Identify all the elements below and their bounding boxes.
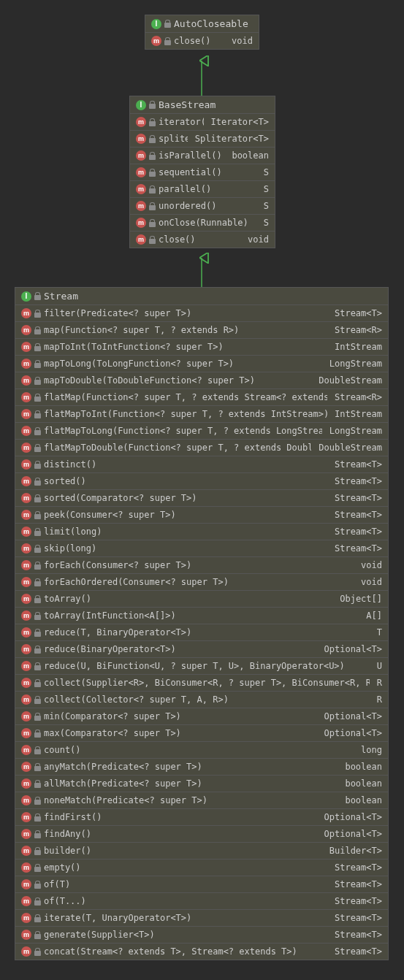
return-type: Stream<T> — [330, 895, 382, 907]
method-row[interactable]: mmapToLong(ToLongFunction<? super T>)Lon… — [15, 356, 388, 372]
method-row[interactable]: mmax(Comparator<? super T>)Optional<T> — [15, 725, 388, 742]
class-basestream[interactable]: I BaseStream miterator()Iterator<T>mspli… — [129, 96, 275, 248]
method-row[interactable]: mlimit(long)Stream<T> — [15, 524, 388, 540]
return-type: Optional<T> — [320, 811, 382, 823]
return-type: Stream<T> — [330, 946, 382, 957]
method-signature: findAny() — [44, 828, 317, 840]
method-row[interactable]: mconcat(Stream<? extends T>, Stream<? ex… — [15, 943, 388, 960]
method-row[interactable]: mof(T)Stream<T> — [15, 876, 388, 893]
method-row[interactable]: mcollect(Supplier<R>, BiConsumer<R, ? su… — [15, 675, 388, 692]
method-row[interactable]: mforEach(Consumer<? super T>)void — [15, 557, 388, 574]
method-row[interactable]: miterate(T, UnaryOperator<T>)Stream<T> — [15, 910, 388, 927]
return-type: boolean — [340, 795, 382, 806]
method-row[interactable]: munordered()S — [130, 198, 275, 215]
method-row[interactable]: mtoArray()Object[] — [15, 591, 388, 608]
method-row[interactable]: mflatMapToInt(Function<? super T, ? exte… — [15, 406, 388, 423]
lock-icon — [149, 236, 156, 244]
method-icon: m — [21, 711, 31, 721]
method-icon: m — [21, 510, 31, 520]
method-icon: m — [136, 184, 146, 194]
return-type: S — [259, 166, 269, 178]
class-stream[interactable]: I Stream mfilter(Predicate<? super T>)St… — [15, 287, 389, 960]
lock-icon — [34, 310, 41, 318]
method-row[interactable]: mof(T...)Stream<T> — [15, 893, 388, 910]
return-type: Stream<T> — [330, 459, 382, 470]
method-row[interactable]: mreduce(BinaryOperator<T>)Optional<T> — [15, 641, 388, 658]
method-row[interactable]: manyMatch(Predicate<? super T>)boolean — [15, 759, 388, 776]
lock-icon — [149, 101, 156, 109]
lock-icon — [149, 169, 156, 177]
method-icon: m — [136, 167, 146, 177]
method-row[interactable]: mreduce(U, BiFunction<U, ? super T, U>, … — [15, 658, 388, 675]
method-row[interactable]: monClose(Runnable)S — [130, 215, 275, 231]
return-type: IntStream — [330, 408, 382, 420]
method-row[interactable]: mcount()long — [15, 742, 388, 759]
method-row[interactable]: mflatMap(Function<? super T, ? extends S… — [15, 389, 388, 406]
method-row[interactable]: mreduce(T, BinaryOperator<T>)T — [15, 624, 388, 641]
method-row[interactable]: mmapToInt(ToIntFunction<? super T>)IntSt… — [15, 339, 388, 356]
method-signature: min(Comparator<? super T>) — [44, 711, 317, 722]
method-row[interactable]: msequential()S — [130, 164, 275, 181]
method-row[interactable]: mclose()void — [130, 231, 275, 248]
return-type: Stream<R> — [330, 391, 382, 403]
method-icon: m — [136, 234, 146, 245]
method-row[interactable]: mskip(long)Stream<T> — [15, 540, 388, 557]
method-row[interactable]: mfilter(Predicate<? super T>)Stream<T> — [15, 305, 388, 322]
method-row[interactable]: mallMatch(Predicate<? super T>)boolean — [15, 776, 388, 792]
method-row[interactable]: mclose()void — [145, 33, 259, 49]
method-row[interactable]: mbuilder()Builder<T> — [15, 843, 388, 860]
method-signature: peek(Consumer<? super T>) — [44, 509, 327, 521]
method-signature: sequential() — [159, 166, 256, 178]
return-type: Stream<T> — [330, 475, 382, 487]
method-row[interactable]: mdistinct()Stream<T> — [15, 456, 388, 473]
return-type: DoubleStream — [314, 375, 382, 386]
method-row[interactable]: mmap(Function<? super T, ? extends R>)St… — [15, 322, 388, 339]
method-row[interactable]: mspliterator()Spliterator<T> — [130, 131, 275, 148]
lock-icon — [34, 612, 41, 620]
return-type: Optional<T> — [320, 711, 382, 722]
lock-icon — [34, 746, 41, 754]
return-type: LongStream — [325, 358, 382, 370]
return-type: boolean — [340, 761, 382, 773]
method-row[interactable]: mflatMapToDouble(Function<? super T, ? e… — [15, 440, 388, 456]
method-icon: m — [21, 443, 31, 453]
method-row[interactable]: msorted()Stream<T> — [15, 473, 388, 490]
return-type: A[] — [362, 610, 382, 621]
method-row[interactable]: mnoneMatch(Predicate<? super T>)boolean — [15, 792, 388, 809]
method-icon: m — [136, 150, 146, 161]
lock-icon — [34, 814, 41, 822]
lock-icon — [149, 135, 156, 143]
method-row[interactable]: mfindFirst()Optional<T> — [15, 809, 388, 826]
lock-icon — [34, 881, 41, 889]
method-row[interactable]: mpeek(Consumer<? super T>)Stream<T> — [15, 507, 388, 524]
method-row[interactable]: mgenerate(Supplier<T>)Stream<T> — [15, 927, 388, 943]
method-row[interactable]: mforEachOrdered(Consumer<? super T>)void — [15, 574, 388, 591]
class-autocloseable[interactable]: I AutoCloseable mclose()void — [145, 15, 259, 50]
method-row[interactable]: mfindAny()Optional<T> — [15, 826, 388, 843]
method-row[interactable]: mmapToDouble(ToDoubleFunction<? super T>… — [15, 372, 388, 389]
method-signature: allMatch(Predicate<? super T>) — [44, 778, 338, 789]
method-row[interactable]: mempty()Stream<T> — [15, 860, 388, 876]
method-signature: toArray() — [44, 593, 332, 605]
method-signature: collect(Collector<? super T, A, R>) — [44, 694, 370, 705]
method-row[interactable]: mmin(Comparator<? super T>)Optional<T> — [15, 708, 388, 725]
method-icon: m — [21, 795, 31, 805]
lock-icon — [34, 864, 41, 872]
return-type: LongStream — [325, 425, 382, 437]
method-icon: m — [21, 375, 31, 386]
lock-icon — [34, 696, 41, 704]
method-row[interactable]: miterator()Iterator<T> — [130, 114, 275, 131]
method-row[interactable]: mcollect(Collector<? super T, A, R>)R — [15, 692, 388, 708]
lock-icon — [34, 394, 41, 402]
method-row[interactable]: mflatMapToLong(Function<? super T, ? ext… — [15, 423, 388, 440]
method-signature: iterator() — [159, 116, 204, 128]
method-row[interactable]: misParallel()boolean — [130, 148, 275, 164]
lock-icon — [34, 713, 41, 721]
method-row[interactable]: mtoArray(IntFunction<A[]>)A[] — [15, 608, 388, 624]
method-row[interactable]: mparallel()S — [130, 181, 275, 198]
return-type: Spliterator<T> — [191, 133, 269, 145]
method-signature: limit(long) — [44, 526, 327, 537]
method-signature: reduce(BinaryOperator<T>) — [44, 643, 317, 655]
method-row[interactable]: msorted(Comparator<? super T>)Stream<T> — [15, 490, 388, 507]
lock-icon — [34, 948, 41, 956]
